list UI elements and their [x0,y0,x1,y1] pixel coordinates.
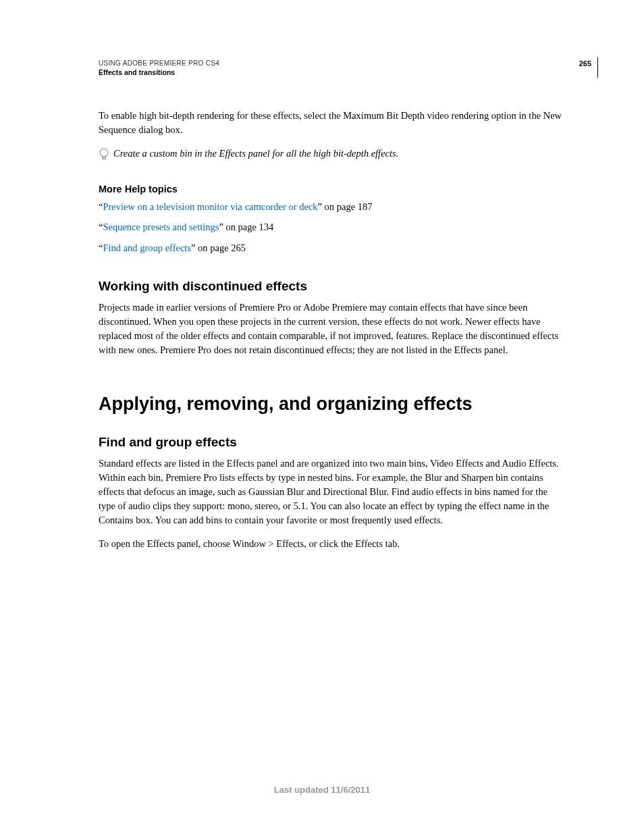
help-link-find-group-effects[interactable]: Find and group effects [103,242,191,253]
more-help-heading: More Help topics [99,184,564,194]
help-link-sequence-presets[interactable]: Sequence presets and settings [103,221,219,232]
help-link-suffix: on page 265 [195,242,246,253]
help-link-preview-tv[interactable]: Preview on a television monitor via camc… [103,201,317,212]
tip-row: Create a custom bin in the Effects panel… [99,147,564,162]
page-header: USING ADOBE PREMIERE PRO CS4 Effects and… [99,59,564,76]
heading-find-group-effects: Find and group effects [99,435,564,450]
find-group-paragraph-1: Standard effects are listed in the Effec… [99,457,564,527]
tip-text: Create a custom bin in the Effects panel… [113,147,398,160]
find-group-paragraph-2: To open the Effects panel, choose Window… [99,537,564,551]
lightbulb-icon [99,147,109,162]
section-name: Effects and transitions [99,68,564,76]
help-link-row: “Find and group effects” on page 265 [99,241,564,255]
help-link-row: “Sequence presets and settings” on page … [99,220,564,234]
heading-applying-removing-organizing: Applying, removing, and organizing effec… [99,394,564,415]
help-link-suffix: on page 134 [223,221,274,232]
page-number-rule [597,57,598,78]
help-link-row: “Preview on a television monitor via cam… [99,200,564,213]
page-container: USING ADOBE PREMIERE PRO CS4 Effects and… [0,0,644,834]
page-number: 265 [579,59,591,68]
breadcrumb: USING ADOBE PREMIERE PRO CS4 [99,59,564,67]
footer-last-updated: Last updated 11/6/2011 [0,785,644,795]
help-link-suffix: on page 187 [322,201,373,212]
heading-discontinued-effects: Working with discontinued effects [99,279,564,294]
svg-point-0 [100,149,108,157]
discontinued-effects-paragraph: Projects made in earlier versions of Pre… [99,301,564,357]
intro-paragraph: To enable high bit-depth rendering for t… [99,109,564,137]
